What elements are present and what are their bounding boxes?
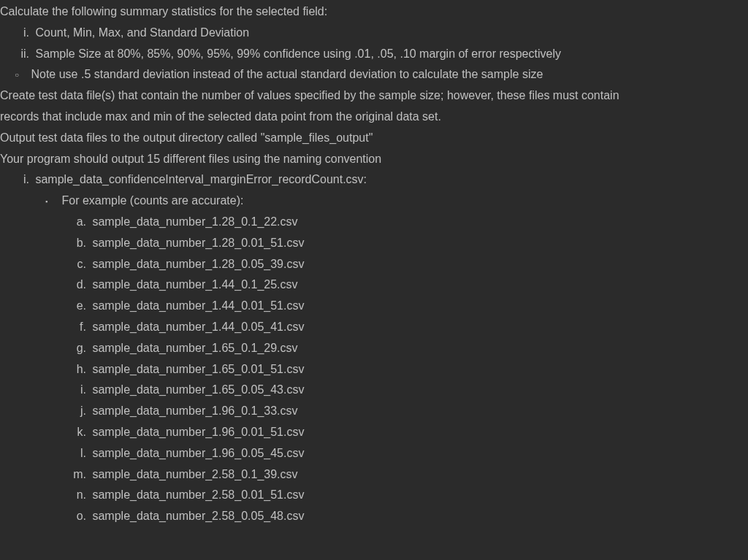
file-example-item: l. sample_data_number_1.96_0.05_45.csv [0, 443, 748, 464]
document-content: Calculate the following summary statisti… [0, 0, 748, 527]
list-marker-letter: f. [73, 317, 86, 338]
list-marker-letter: m. [73, 464, 86, 486]
text: sample_data_confidenceInterval_marginErr… [35, 173, 367, 185]
bullet-circle-icon: ○ [15, 69, 28, 82]
file-example-item: i. sample_data_number_1.65_0.05_43.csv [0, 380, 748, 401]
list-marker-roman: i. [15, 23, 29, 44]
file-example-item: a. sample_data_number_1.28_0.1_22.csv [0, 212, 748, 233]
filename-text: sample_data_number_1.65_0.1_29.csv [92, 342, 297, 354]
text: Count, Min, Max, and Standard Deviation [35, 26, 249, 39]
file-example-item: j. sample_data_number_1.96_0.1_33.csv [0, 401, 748, 422]
text: Calculate the following summary statisti… [0, 5, 327, 18]
list-marker-roman: ii. [15, 44, 29, 65]
list-item: ○ Note use .5 standard deviation instead… [0, 64, 748, 85]
file-example-item: b. sample_data_number_1.28_0.01_51.csv [0, 233, 748, 254]
list-marker-letter: n. [73, 485, 86, 506]
text-line: records that include max and min of the … [0, 107, 748, 128]
list-marker-letter: a. [73, 212, 86, 233]
file-example-item: f. sample_data_number_1.44_0.05_41.csv [0, 317, 748, 338]
filename-text: sample_data_number_1.28_0.01_51.csv [92, 237, 304, 249]
list-marker-letter: b. [73, 233, 86, 254]
list-marker-letter: g. [73, 338, 86, 359]
list-marker-letter: j. [73, 401, 86, 422]
list-marker-roman: i. [15, 169, 29, 191]
list-item: i. sample_data_confidenceInterval_margin… [0, 169, 748, 191]
filename-text: sample_data_number_1.96_0.1_33.csv [92, 404, 297, 417]
list-marker-letter: d. [73, 275, 86, 296]
file-example-item: m. sample_data_number_2.58_0.1_39.csv [0, 464, 748, 486]
filename-text: sample_data_number_1.44_0.05_41.csv [92, 321, 304, 333]
filename-text: sample_data_number_1.96_0.05_45.csv [92, 447, 304, 459]
file-example-item: c. sample_data_number_1.28_0.05_39.csv [0, 254, 748, 275]
text: Output test data files to the output dir… [0, 131, 373, 144]
text: Sample Size at 80%, 85%, 90%, 95%, 99% c… [35, 47, 561, 60]
text-line: Calculate the following summary statisti… [0, 1, 748, 23]
file-example-item: o. sample_data_number_2.58_0.05_48.csv [0, 506, 748, 527]
text: Note use .5 standard deviation instead o… [31, 68, 543, 80]
text-line: Create test data file(s) that contain th… [0, 85, 748, 107]
filename-text: sample_data_number_2.58_0.05_48.csv [92, 510, 304, 522]
filename-text: sample_data_number_1.65_0.01_51.csv [92, 363, 304, 375]
filename-text: sample_data_number_1.44_0.1_25.csv [92, 278, 297, 291]
filename-text: sample_data_number_1.65_0.05_43.csv [92, 383, 304, 396]
list-marker-letter: i. [73, 380, 86, 401]
list-marker-letter: e. [73, 296, 86, 317]
file-example-item: g. sample_data_number_1.65_0.1_29.csv [0, 338, 748, 359]
list-marker-letter: c. [73, 254, 86, 275]
filename-text: sample_data_number_2.58_0.01_51.csv [92, 488, 304, 501]
text: records that include max and min of the … [0, 110, 441, 123]
list-item: i. Count, Min, Max, and Standard Deviati… [0, 23, 748, 44]
list-marker-letter: k. [73, 422, 86, 443]
filename-text: sample_data_number_2.58_0.1_39.csv [92, 468, 297, 480]
file-example-item: e. sample_data_number_1.44_0.01_51.csv [0, 296, 748, 317]
file-example-item: n. sample_data_number_2.58_0.01_51.csv [0, 485, 748, 506]
list-marker-letter: o. [73, 506, 86, 527]
text: Create test data file(s) that contain th… [0, 89, 619, 101]
list-item: ▪ For example (counts are accurate): [0, 191, 748, 212]
list-marker-letter: l. [73, 443, 86, 464]
file-example-item: h. sample_data_number_1.65_0.01_51.csv [0, 359, 748, 380]
filename-text: sample_data_number_1.28_0.05_39.csv [92, 258, 304, 270]
text-line: Your program should output 15 different … [0, 149, 748, 170]
text: For example (counts are accurate): [61, 194, 243, 207]
file-example-item: k. sample_data_number_1.96_0.01_51.csv [0, 422, 748, 443]
text: Your program should output 15 different … [0, 153, 381, 165]
filename-text: sample_data_number_1.96_0.01_51.csv [92, 426, 304, 438]
list-marker-letter: h. [73, 359, 86, 380]
filename-text: sample_data_number_1.44_0.01_51.csv [92, 299, 304, 312]
filename-text: sample_data_number_1.28_0.1_22.csv [92, 215, 297, 228]
text-line: Output test data files to the output dir… [0, 128, 748, 149]
list-item: ii. Sample Size at 80%, 85%, 90%, 95%, 9… [0, 44, 748, 65]
bullet-square-icon: ▪ [45, 196, 58, 207]
file-example-item: d. sample_data_number_1.44_0.1_25.csv [0, 275, 748, 296]
